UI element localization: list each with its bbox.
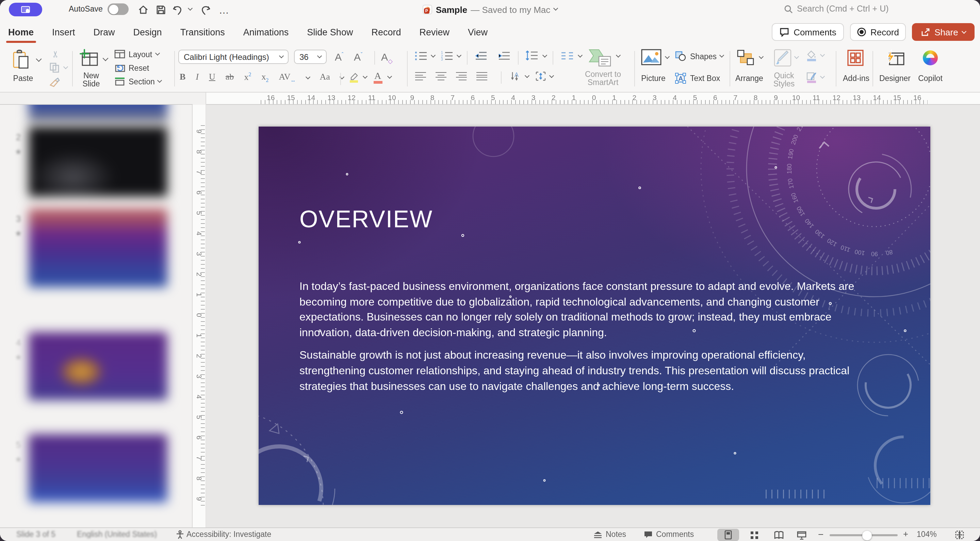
- text-direction-button[interactable]: A: [511, 71, 521, 83]
- bullets-chevron[interactable]: [431, 53, 436, 57]
- font-color-button[interactable]: A: [374, 71, 381, 82]
- spacing-chevron[interactable]: [305, 75, 310, 80]
- font-size-select[interactable]: 36: [294, 50, 327, 64]
- decrease-indent-button[interactable]: [475, 51, 487, 62]
- ribbon-tab[interactable]: Insert: [51, 24, 76, 40]
- paste-button[interactable]: [12, 50, 30, 70]
- section-button[interactable]: Section: [115, 77, 162, 86]
- slide-thumbnail-panel[interactable]: 2 ★ 3 ★ 4 ★ 5 ★: [0, 105, 192, 527]
- slideshow-view-button[interactable]: [791, 529, 813, 541]
- italic-button[interactable]: I: [196, 72, 199, 83]
- designer-button[interactable]: [885, 49, 905, 68]
- superscript-button[interactable]: x2: [244, 72, 251, 83]
- columns-chevron[interactable]: [578, 53, 582, 57]
- align-text-button[interactable]: [535, 71, 546, 83]
- accessibility-status[interactable]: Accessibility: Investigate: [186, 530, 271, 538]
- ribbon-tab[interactable]: Design: [132, 24, 163, 40]
- ribbon-tab[interactable]: Home: [7, 24, 35, 40]
- horizontal-ruler[interactable]: 1615141312111098765432101234567891011121…: [206, 92, 980, 104]
- zoom-out-button[interactable]: −: [818, 529, 824, 539]
- share-button[interactable]: Share: [912, 23, 975, 41]
- numbering-button[interactable]: 123: [441, 51, 453, 62]
- copy-chevron[interactable]: [63, 64, 68, 69]
- slide-thumbnail-1[interactable]: [29, 105, 167, 123]
- zoom-slider-thumb[interactable]: [862, 530, 872, 540]
- change-case-button[interactable]: Aa: [320, 72, 330, 83]
- ribbon-tab[interactable]: Review: [418, 24, 451, 40]
- slide-thumbnail[interactable]: [29, 208, 167, 287]
- numbering-chevron[interactable]: [457, 53, 461, 57]
- picture-button[interactable]: [641, 49, 662, 67]
- notes-button[interactable]: Notes: [606, 530, 626, 538]
- new-slide-chevron[interactable]: [103, 56, 108, 61]
- shrink-font-button[interactable]: Aˇ: [354, 51, 363, 63]
- slide-title[interactable]: OVERVIEW: [299, 205, 433, 233]
- quick-styles-button[interactable]: [773, 48, 792, 69]
- copy-icon[interactable]: [49, 62, 60, 73]
- zoom-level[interactable]: 104%: [917, 530, 937, 538]
- ribbon-tab[interactable]: Slide Show: [305, 24, 354, 40]
- normal-view-button[interactable]: [717, 529, 739, 541]
- comments-button[interactable]: Comments: [772, 23, 844, 41]
- bold-button[interactable]: B: [180, 72, 185, 83]
- font-name-select[interactable]: Calibri Light (Headings): [178, 50, 288, 64]
- increase-indent-button[interactable]: [498, 51, 511, 62]
- strikethrough-button[interactable]: ab: [226, 72, 234, 83]
- picture-chevron[interactable]: [665, 54, 670, 59]
- ribbon-tab[interactable]: Record: [370, 24, 402, 40]
- bullets-button[interactable]: [415, 51, 427, 62]
- paste-chevron[interactable]: [36, 56, 42, 62]
- text-box-button[interactable]: A Text Box: [675, 73, 720, 84]
- comments-status-button[interactable]: Comments: [656, 530, 694, 538]
- editing-canvas[interactable]: 8090100110120130140150160170180190200210…: [206, 105, 980, 527]
- reset-button[interactable]: Reset: [115, 63, 149, 72]
- shape-outline-button[interactable]: [806, 72, 817, 84]
- grow-font-button[interactable]: Aˆ: [335, 51, 343, 63]
- slide-thumbnail[interactable]: [29, 332, 167, 400]
- language-indicator[interactable]: English (United States): [77, 530, 157, 538]
- arrange-button[interactable]: [737, 49, 756, 68]
- subscript-button[interactable]: x2: [261, 72, 269, 84]
- add-ins-button[interactable]: [846, 49, 864, 68]
- shapes-button[interactable]: Shapes: [675, 51, 724, 61]
- font-color-chevron[interactable]: [387, 74, 392, 79]
- arrange-chevron[interactable]: [759, 54, 764, 59]
- fit-to-window-button[interactable]: [949, 529, 970, 541]
- align-justify-button[interactable]: [476, 72, 487, 80]
- smartart-chevron[interactable]: [616, 53, 620, 57]
- title-menu-chevron[interactable]: [553, 5, 558, 10]
- clear-formatting-button[interactable]: A◇: [381, 51, 393, 65]
- slide-thumbnail[interactable]: [29, 434, 167, 502]
- slide-thumbnail[interactable]: [29, 127, 167, 197]
- vertical-ruler[interactable]: 9876543210123456789: [192, 105, 206, 527]
- ribbon-tab[interactable]: Animations: [242, 24, 290, 40]
- highlight-chevron[interactable]: [363, 74, 368, 79]
- reading-view-button[interactable]: [768, 529, 789, 541]
- copilot-icon[interactable]: [923, 50, 938, 65]
- align-left-button[interactable]: [415, 72, 426, 80]
- align-center-button[interactable]: [436, 72, 447, 80]
- format-painter-icon[interactable]: [49, 77, 60, 88]
- cut-icon[interactable]: ✂: [49, 48, 61, 59]
- slide-sorter-view-button[interactable]: [743, 529, 765, 541]
- ribbon-tab[interactable]: Transitions: [179, 24, 226, 40]
- highlight-color-button[interactable]: [348, 72, 360, 84]
- line-spacing-button[interactable]: [525, 50, 538, 62]
- ribbon-tab[interactable]: View: [466, 24, 489, 40]
- zoom-in-button[interactable]: +: [903, 529, 908, 539]
- zoom-slider[interactable]: [830, 534, 898, 536]
- text-direction-chevron[interactable]: [525, 73, 530, 78]
- quick-styles-chevron[interactable]: [794, 54, 799, 59]
- shape-fill-button[interactable]: [806, 50, 817, 63]
- columns-button[interactable]: [561, 52, 574, 61]
- slide-canvas[interactable]: 8090100110120130140150160170180190200210…: [259, 127, 930, 505]
- align-right-button[interactable]: [456, 72, 467, 80]
- record-button[interactable]: Record: [850, 23, 906, 41]
- align-text-chevron[interactable]: [549, 73, 554, 78]
- shape-outline-chevron[interactable]: [820, 74, 825, 79]
- shape-fill-chevron[interactable]: [820, 52, 825, 57]
- convert-smartart-button[interactable]: [588, 47, 612, 70]
- layout-button[interactable]: Layout: [115, 50, 159, 59]
- ribbon-tab[interactable]: Draw: [92, 24, 116, 40]
- new-slide-button[interactable]: [79, 49, 99, 68]
